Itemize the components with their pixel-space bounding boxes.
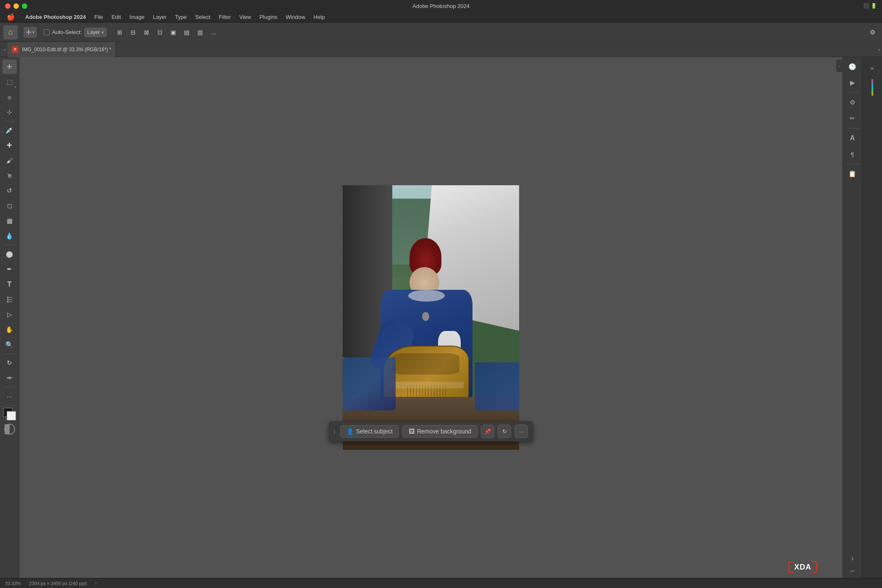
align-bottom-btn[interactable]: ▤: [181, 26, 193, 39]
status-bar: 33.33% 2304 px × 3456 px (240 ppi) ›: [0, 578, 882, 588]
blur-tool[interactable]: 💧: [3, 229, 17, 243]
move-tool-options[interactable]: ✛ ▾: [24, 27, 37, 38]
menu-layer[interactable]: Layer: [150, 13, 170, 21]
background-color[interactable]: [7, 411, 16, 420]
brush-tool[interactable]: 🖌: [3, 153, 17, 168]
eraser-tool[interactable]: ◻: [3, 199, 17, 213]
path-select-tool[interactable]: ⬱: [3, 292, 17, 307]
maximize-window-btn[interactable]: [22, 3, 27, 9]
pen-tool[interactable]: ✒: [3, 262, 17, 276]
document-tab[interactable]: × IMG_0010-Edit.tif @ 33.3% (RGB/16*) *: [8, 42, 116, 57]
quick-mask-btn[interactable]: [3, 422, 17, 436]
zoom-level: 33.33%: [5, 581, 21, 586]
paragraph-btn[interactable]: ¶: [845, 147, 860, 161]
menu-help[interactable]: Help: [310, 13, 328, 21]
close-window-btn[interactable]: [5, 3, 10, 9]
auto-select-label: Auto-Select:: [52, 29, 82, 35]
main-content: ✛ ⬚ ▾ ⌾ ⊹ 💉 ✚ 🖌 🖰 ↺ ◻ ▦: [0, 57, 882, 578]
align-left-btn[interactable]: ⊞: [113, 26, 126, 39]
more-tools-icon: ···: [7, 393, 12, 400]
selection-tool-icon: ⬚: [7, 78, 13, 86]
more-tools-btn[interactable]: ···: [3, 389, 17, 403]
distribute-btn[interactable]: ▥: [194, 26, 207, 39]
path-tool-2[interactable]: ⬲: [3, 371, 17, 385]
menu-type[interactable]: Type: [172, 13, 190, 21]
zoom-tool[interactable]: 🔍: [3, 338, 17, 352]
align-right-btn[interactable]: ⊠: [140, 26, 153, 39]
menu-file[interactable]: File: [91, 13, 106, 21]
canvas-image: [343, 185, 519, 450]
status-nav[interactable]: ›: [95, 581, 97, 586]
healing-tool[interactable]: ✚: [3, 138, 17, 152]
right-panel-toggle[interactable]: ‹: [836, 60, 843, 72]
svg-rect-1: [5, 424, 10, 434]
options-toolbar: ⌂ ✛ ▾ Auto-Select: Layer ▾ ⊞ ⊟ ⊠ ⊡ ▣ ▤ ▥…: [0, 23, 882, 42]
text-tool[interactable]: T: [3, 277, 17, 291]
clone-stamp-icon: 🖰: [6, 172, 13, 179]
more-bottom-btn[interactable]: ···: [514, 425, 528, 438]
hand-tool[interactable]: ✋: [3, 323, 17, 337]
crop-tool[interactable]: ⊹: [3, 105, 17, 119]
history-panel-btn[interactable]: 🕐: [845, 60, 860, 74]
lasso-tool[interactable]: ⌾: [3, 90, 17, 104]
text-panel-btn[interactable]: A: [845, 131, 860, 145]
eyedropper-tool[interactable]: 💉: [3, 123, 17, 137]
menu-filter[interactable]: Filter: [215, 13, 234, 21]
menu-image[interactable]: Image: [126, 13, 148, 21]
align-center-v-btn[interactable]: ⊟: [127, 26, 139, 39]
refresh-icon: ↻: [502, 428, 507, 435]
align-top-btn[interactable]: ⊡: [154, 26, 166, 39]
play-icon: ▶: [850, 79, 855, 87]
pin-btn[interactable]: 📌: [481, 425, 494, 438]
layer-dropdown[interactable]: Layer ▾: [84, 28, 107, 37]
auto-select-checkbox[interactable]: [44, 29, 50, 35]
history-brush-icon: ↺: [7, 187, 12, 194]
select-subject-btn[interactable]: 👤 Select subject: [340, 425, 399, 438]
tab-scroll-arrows[interactable]: «: [2, 47, 8, 52]
minimize-window-btn[interactable]: [13, 3, 19, 9]
canvas-area[interactable]: | 👤 Select subject 🖼 Remove background 📌…: [19, 57, 843, 578]
remove-background-btn[interactable]: 🖼 Remove background: [402, 425, 478, 438]
mac-titlebar: Adobe Photoshop 2024 ⬛ 🔋: [0, 0, 882, 12]
gradient-tool[interactable]: ▦: [3, 214, 17, 228]
toolbar-sep-2: [4, 245, 16, 245]
tab-scroll-right[interactable]: »: [876, 47, 882, 52]
toolbar-sep-1: [4, 121, 16, 121]
selection-tool[interactable]: ⬚ ▾: [3, 75, 17, 89]
clone-stamp-tool[interactable]: 🖰: [3, 168, 17, 183]
menu-edit[interactable]: Edit: [108, 13, 124, 21]
bottom-bar-separator-left: |: [334, 429, 337, 434]
menu-plugins[interactable]: Plugins: [256, 13, 281, 21]
tab-filename: IMG_0010-Edit.tif @ 33.3% (RGB/16*) *: [22, 47, 111, 52]
settings-btn[interactable]: ⚙: [866, 26, 879, 39]
menu-select[interactable]: Select: [192, 13, 214, 21]
dodge-tool[interactable]: ⬤: [3, 247, 17, 261]
layers-btn[interactable]: 📋: [845, 167, 860, 181]
right-panel-collapse[interactable]: ›: [851, 551, 854, 566]
rotate-tool[interactable]: ↻: [3, 356, 17, 370]
color-swatches[interactable]: [3, 407, 17, 421]
layers-icon: 📋: [848, 170, 856, 178]
home-btn[interactable]: ⌂: [3, 25, 18, 39]
rotate-icon: ↻: [7, 359, 12, 367]
far-right-toggle[interactable]: »: [865, 60, 880, 76]
brush-panel-btn[interactable]: ✏: [845, 111, 860, 126]
dodge-icon: ⬤: [6, 250, 13, 258]
history-brush-tool[interactable]: ↺: [3, 184, 17, 198]
move-tool[interactable]: ✛: [3, 60, 17, 74]
menu-window[interactable]: Window: [282, 13, 308, 21]
align-center-h-btn[interactable]: ▣: [167, 26, 180, 39]
refresh-btn[interactable]: ↻: [498, 425, 511, 438]
play-btn[interactable]: ▶: [845, 76, 860, 90]
battery-icon: ⬛ 🔋: [863, 3, 877, 9]
gradient-icon: ▦: [7, 217, 13, 225]
tab-close-btn[interactable]: ×: [12, 46, 18, 53]
more-options-btn[interactable]: ...: [207, 26, 220, 39]
status-nav-arrow: ›: [95, 581, 97, 586]
adjustments-btn[interactable]: ⚙: [845, 95, 860, 110]
shape-tool[interactable]: ▷: [3, 307, 17, 322]
menu-view[interactable]: View: [236, 13, 255, 21]
apple-menu[interactable]: 🍎: [3, 12, 18, 22]
remove-background-label: Remove background: [417, 428, 471, 435]
menu-photoshop[interactable]: Adobe Photoshop 2024: [22, 13, 89, 21]
